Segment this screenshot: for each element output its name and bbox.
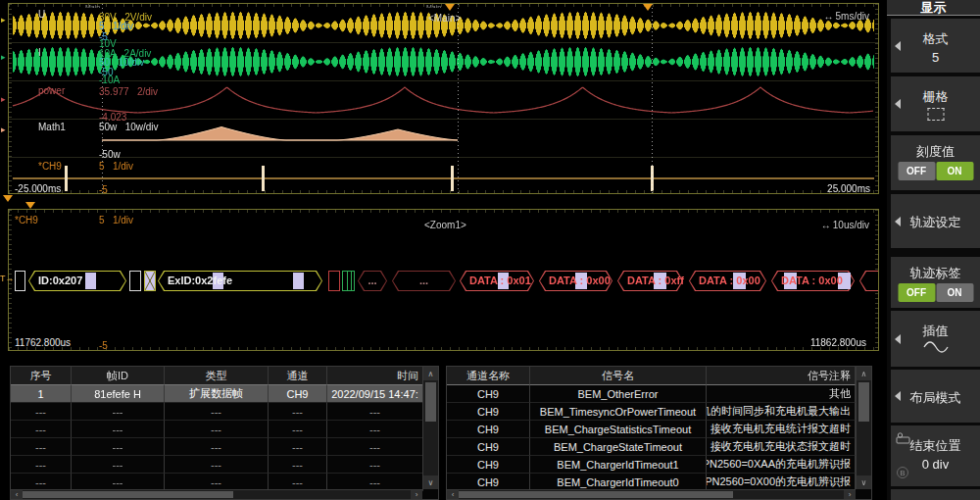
table-row[interactable]: ---------------: [11, 456, 438, 474]
channel-name-label: power: [38, 85, 65, 96]
table-row[interactable]: 181efefe H扩展数据帧CH92022/09/15 14:47:: [11, 385, 438, 403]
column-header[interactable]: 信号名: [530, 367, 707, 385]
table-row[interactable]: ---------------: [11, 438, 438, 456]
vertical-scrollbar[interactable]: ∧∨: [422, 367, 438, 489]
vertical-scrollbar[interactable]: ∧∨: [856, 367, 871, 489]
zoom-trigger-marker-icon[interactable]: [25, 202, 35, 209]
table-row[interactable]: CH9BEM_ChargeStatisticsTimeout接收充电机充电统计报…: [447, 421, 871, 438]
sidebar-panel-trace-setup[interactable]: 轨迹设定: [891, 194, 980, 248]
horizontal-scroll-thumb[interactable]: [459, 491, 733, 498]
jog-knob-icon: [896, 432, 910, 444]
decode-frame-data0x01: DATA : 0x01: [460, 271, 534, 291]
time-cursor[interactable]: [458, 4, 459, 193]
signal-list-table[interactable]: 通道名称信号名信号注释CH9BEM_OtherError其他CH9BEM_Tim…: [446, 366, 872, 500]
scroll-up-button[interactable]: ∧: [423, 367, 438, 380]
decode-frame-id0x207: ID:0x207: [28, 271, 126, 291]
column-header[interactable]: 类型: [165, 367, 269, 385]
sidebar-panel-grid[interactable]: 栅格: [891, 76, 980, 131]
time-cursor[interactable]: [652, 4, 653, 193]
zoom-bottom-ruler: [9, 347, 878, 350]
cursor-marker-icon[interactable]: [445, 4, 455, 11]
scroll-up-button[interactable]: ∧: [857, 367, 871, 380]
table-cell: ---: [269, 421, 327, 438]
decode-frame-data0x00: DATA : 0x00: [539, 271, 612, 291]
table-row[interactable]: CH9BEM_TimesyncOrPowerTimeout接收充电机的时间同步和…: [447, 403, 871, 421]
zoom-range-marker-icon[interactable]: [3, 195, 13, 202]
zoom1-window[interactable]: *CH9 5 1/div <Zoom1> ↔ 10us/div ID:0x207…: [8, 209, 879, 351]
column-header[interactable]: 时间: [327, 367, 423, 385]
panel-label: 布局模式: [891, 389, 980, 407]
channel-position-marker-icon[interactable]: ▸: [1, 125, 6, 134]
scroll-down-button[interactable]: ∨: [423, 475, 438, 489]
frame-label: ID:0x207: [38, 271, 82, 291]
column-header[interactable]: 序号: [11, 367, 72, 385]
expand-left-arrow-icon: [895, 99, 901, 109]
sidebar-panel-layout-mode[interactable]: 布局模式: [891, 370, 980, 423]
zoom-channel-label: *CH9: [15, 215, 38, 225]
frame-label: ...: [358, 271, 387, 291]
table-cell: ---: [72, 456, 165, 474]
table-cell: CH9: [447, 438, 530, 456]
division-line: [9, 157, 878, 158]
column-header[interactable]: 通道名称: [447, 367, 530, 385]
toggle-on-segment[interactable]: ON: [936, 283, 973, 302]
off-on-toggle[interactable]: OFFON: [898, 283, 973, 302]
table-cell: CH9: [447, 421, 530, 438]
table-cell: 扩展数据帧: [165, 385, 269, 403]
horizontal-scroll-thumb[interactable]: [23, 491, 233, 498]
toggle-off-segment[interactable]: OFF: [898, 283, 935, 302]
table-row[interactable]: CH9BEM_OtherError其他: [447, 385, 871, 403]
table-cell: 1: [11, 385, 72, 403]
table-cell: BEM_ChargerIdTimeout1: [530, 456, 707, 474]
main-timebase-label[interactable]: ↔ 5ms/div: [824, 11, 869, 22]
zoom-scale-low-label: -5: [99, 340, 108, 351]
trigger-level-marker[interactable]: T→: [0, 275, 15, 283]
main-bottom-ruler: [9, 190, 878, 193]
frame-label: DATA : 0xff: [627, 271, 684, 291]
table-cell: CH9: [269, 385, 327, 403]
off-on-toggle[interactable]: OFFON: [898, 162, 973, 180]
scroll-right-button[interactable]: ›: [844, 490, 856, 499]
knob-b-indicator: B: [897, 467, 908, 478]
scroll-left-button[interactable]: ‹: [447, 490, 459, 499]
frame-list-table[interactable]: 序号帧ID类型通道时间181efefe H扩展数据帧CH92022/09/15 …: [10, 366, 439, 500]
table-row[interactable]: CH9BEM_ChargerIdTimeout1接收SPN2560=0XAA的充…: [447, 456, 871, 474]
vertical-scroll-thumb[interactable]: [425, 382, 436, 422]
channel-position-marker-icon[interactable]: ▸: [1, 53, 6, 62]
vertical-scroll-thumb[interactable]: [858, 382, 869, 422]
sidebar-panel-format[interactable]: 格式5: [891, 19, 980, 73]
column-header[interactable]: 帧ID: [72, 367, 165, 385]
decode-frame-data0xff: DATA : 0xff: [617, 271, 683, 291]
column-header[interactable]: 信号注释: [707, 367, 856, 385]
cursor-marker-icon[interactable]: [643, 4, 653, 11]
sidebar-panel-end-position[interactable]: 结束位置0 divB: [891, 425, 980, 486]
table-cell: ---: [165, 403, 269, 421]
byte-highlight: [293, 273, 304, 289]
channel-scale-label: 5 1/div: [99, 161, 133, 172]
main-waveform-window[interactable]: Main Main <Main> ↔ 5ms/div UIpowerMath1*…: [8, 3, 879, 194]
channel-position-marker-icon[interactable]: ▸: [1, 16, 6, 25]
trigger-tiny-label: Main: [426, 4, 441, 8]
toggle-on-segment[interactable]: ON: [936, 162, 973, 180]
table-row[interactable]: CH9BEM_ChargeStateTimeout接收充电机充电状态报文超时: [447, 438, 871, 456]
sidebar-panel-trace-label[interactable]: 轨迹标签OFFON: [891, 257, 980, 308]
sidebar-title: 显示: [887, 0, 980, 16]
channel-position-marker-icon[interactable]: ▸: [1, 95, 6, 104]
scroll-down-button[interactable]: ∨: [857, 475, 871, 489]
toggle-off-segment[interactable]: OFF: [898, 162, 935, 180]
table-row[interactable]: ---------------: [11, 421, 438, 438]
horizontal-scrollbar[interactable]: ‹›: [447, 489, 856, 499]
column-header[interactable]: 通道: [269, 367, 327, 385]
zoom-timebase-label[interactable]: ↔ 10us/div: [821, 220, 869, 230]
decode-frame-exid0x2fefe: ExID:0x2fefe: [158, 271, 322, 291]
decode-frame: [859, 271, 879, 291]
table-cell: ---: [11, 421, 72, 438]
sidebar-panel-scale-value[interactable]: 刻度值OFFON: [891, 135, 980, 190]
scroll-right-button[interactable]: ›: [411, 490, 422, 499]
main-cursor-tiny-label: Main: [85, 4, 100, 8]
table-row[interactable]: ---------------: [11, 403, 438, 421]
sidebar-panel-interpolation[interactable]: 插值: [891, 311, 980, 367]
channel-name-label: Math1: [38, 122, 66, 132]
horizontal-scrollbar[interactable]: ‹›: [11, 489, 422, 499]
scroll-left-button[interactable]: ‹: [11, 490, 23, 499]
